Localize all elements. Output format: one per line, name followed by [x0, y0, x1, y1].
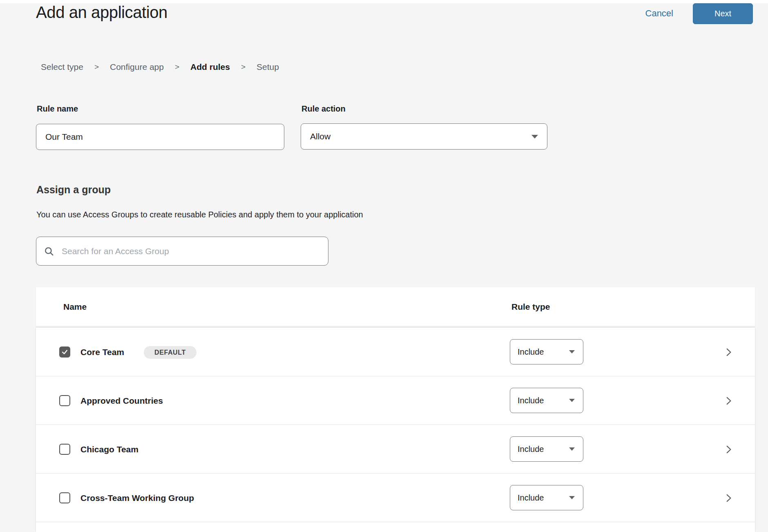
rule-type-select[interactable]: Include: [510, 339, 583, 364]
row-expand-button[interactable]: [723, 493, 734, 503]
group-name: Cross-Team Working Group: [80, 474, 194, 522]
assign-group-description: You can use Access Groups to create reus…: [36, 210, 363, 219]
chevron-right-icon: [723, 444, 734, 455]
checkbox-unchecked[interactable]: [59, 492, 70, 503]
breadcrumb-step-select-type[interactable]: Select type: [41, 62, 83, 72]
assign-group-heading: Assign a group: [36, 184, 111, 196]
next-button[interactable]: Next: [693, 3, 753, 24]
groups-table: Core Team DEFAULT Include Approved Count…: [36, 328, 755, 532]
rule-type-select[interactable]: Include: [510, 436, 583, 462]
chevron-right-icon: [723, 347, 734, 358]
breadcrumb-separator-icon: >: [94, 63, 99, 72]
column-header-name: Name: [63, 287, 87, 326]
rule-action-select[interactable]: Allow: [301, 123, 547, 150]
breadcrumb-step-add-rules[interactable]: Add rules: [190, 62, 230, 72]
header-actions: Cancel Next: [645, 3, 753, 24]
default-badge: DEFAULT: [144, 346, 196, 359]
breadcrumb: Select type > Configure app > Add rules …: [41, 62, 279, 72]
breadcrumb-step-setup[interactable]: Setup: [257, 62, 279, 72]
table-row-partial: [36, 522, 755, 532]
column-header-rule-type: Rule type: [511, 287, 550, 326]
chevron-right-icon: [723, 396, 734, 406]
rule-type-value: Include: [518, 445, 544, 454]
rule-type-value: Include: [518, 396, 544, 405]
group-name: Chicago Team: [80, 425, 138, 474]
rule-action-label: Rule action: [301, 104, 346, 114]
row-expand-button[interactable]: [723, 396, 734, 406]
chevron-down-icon: [569, 399, 575, 402]
chevron-down-icon: [531, 135, 538, 139]
cancel-button[interactable]: Cancel: [645, 8, 673, 19]
table-row-approved-countries: Approved Countries Include: [36, 376, 755, 425]
group-name: Approved Countries: [80, 376, 163, 425]
checkbox-checked[interactable]: [59, 346, 70, 358]
checkbox-unchecked[interactable]: [59, 395, 70, 406]
table-row-core-team: Core Team DEFAULT Include: [36, 328, 755, 376]
chevron-right-icon: [723, 493, 734, 503]
rule-type-select[interactable]: Include: [510, 388, 583, 413]
chevron-down-icon: [569, 447, 575, 451]
chevron-down-icon: [569, 350, 575, 353]
search-icon: [44, 246, 54, 257]
search-input[interactable]: [61, 246, 321, 257]
breadcrumb-separator-icon: >: [175, 63, 179, 72]
add-application-page: Add an application Cancel Next Select ty…: [0, 0, 768, 532]
top-white-strip: [0, 0, 768, 3]
table-row-cross-team-working-group: Cross-Team Working Group Include: [36, 474, 755, 522]
checkbox-unchecked[interactable]: [59, 444, 70, 455]
breadcrumb-step-configure-app[interactable]: Configure app: [110, 62, 164, 72]
rule-name-label: Rule name: [37, 104, 78, 114]
group-name: Core Team: [80, 328, 124, 376]
breadcrumb-separator-icon: >: [241, 63, 246, 72]
rule-action-value: Allow: [310, 132, 330, 141]
row-expand-button[interactable]: [723, 444, 734, 455]
rule-type-select[interactable]: Include: [510, 485, 583, 510]
groups-table-header: Name Rule type: [36, 287, 755, 326]
row-expand-button[interactable]: [723, 347, 734, 358]
chevron-down-icon: [569, 496, 575, 499]
table-row-chicago-team: Chicago Team Include: [36, 425, 755, 474]
rule-name-input[interactable]: [36, 124, 284, 150]
access-group-search[interactable]: [36, 237, 328, 266]
check-icon: [61, 349, 68, 355]
rule-type-value: Include: [518, 493, 544, 503]
page-title: Add an application: [36, 3, 167, 22]
rule-type-value: Include: [518, 347, 544, 357]
